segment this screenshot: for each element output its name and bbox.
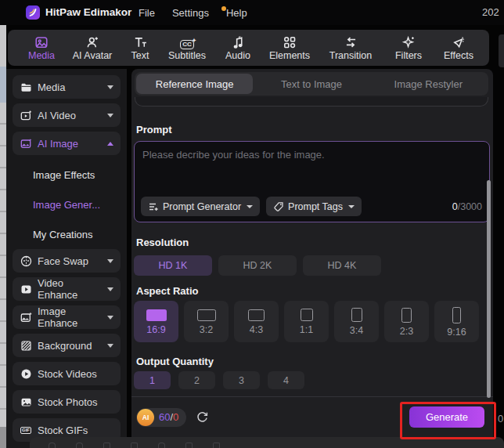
- credits-count: 60/0: [159, 411, 178, 423]
- resolution-label: Resolution: [136, 237, 189, 248]
- sidebar-item-video-enhance[interactable]: Video Enhance: [13, 277, 121, 301]
- background-strip-segment: [0, 103, 6, 427]
- menu-settings[interactable]: Settings: [172, 7, 209, 19]
- delete-icon: [103, 443, 110, 448]
- sidebar-item-label: Stock GIFs: [38, 425, 88, 436]
- ratio-shape-icon: [146, 309, 167, 321]
- toolbar-item-transition[interactable]: Transition: [318, 31, 383, 65]
- toolbar-item-effects[interactable]: Effects: [434, 31, 484, 65]
- aspect-1-1-tile[interactable]: 1:1: [284, 301, 329, 342]
- aspect-3-4-tile[interactable]: 3:4: [334, 301, 379, 342]
- toolbar-item-media[interactable]: Media: [19, 31, 64, 65]
- list-plus-icon: [148, 201, 159, 212]
- toolbar-item-audio[interactable]: Audio: [214, 31, 261, 65]
- toolbar-label: Elements: [269, 51, 310, 61]
- scrollbar[interactable]: [487, 180, 491, 398]
- aspect-4-3-tile[interactable]: 4:3: [234, 301, 279, 342]
- redo-icon: [76, 443, 83, 448]
- toolbar-label: AI Avatar: [73, 51, 113, 61]
- marker-icon: [213, 443, 220, 448]
- quantity-2-button[interactable]: 2: [178, 371, 215, 389]
- button-label: Prompt Tags: [288, 201, 343, 212]
- tab-bar: Reference Image Text to Image Image Rest…: [135, 72, 488, 96]
- aspect-9-16-tile[interactable]: 9:16: [434, 301, 479, 342]
- sidebar-item-stock-photos[interactable]: Stock Photos: [13, 390, 121, 414]
- aspect-16-9-tile[interactable]: 16:9: [134, 301, 178, 342]
- ratio-shape-icon: [248, 309, 265, 321]
- effects-icon: [452, 34, 466, 49]
- chevron-down-icon: [107, 85, 113, 89]
- sidebar-subitem-label: My Creations: [33, 229, 93, 240]
- resolution-hd1k-button[interactable]: HD 1K: [134, 255, 212, 276]
- toolbar-label: Filters: [395, 51, 422, 61]
- tab-text-to-image[interactable]: Text to Image: [253, 74, 369, 94]
- quantity-4-button[interactable]: 4: [268, 371, 304, 389]
- app-title: HitPaw Edimakor: [45, 6, 131, 18]
- sidebar-item-label: AI Video: [38, 110, 76, 121]
- sidebar-subitem-image-generator[interactable]: Image Gener...: [6, 190, 127, 219]
- prompt-tags-button[interactable]: Prompt Tags: [266, 197, 362, 216]
- ai-avatar-icon: [85, 34, 99, 49]
- refresh-icon[interactable]: [194, 410, 210, 425]
- subtitles-icon: CC✦: [180, 34, 194, 49]
- quantity-3-button[interactable]: 3: [223, 371, 260, 389]
- sidebar-item-face-swap[interactable]: Face Swap: [13, 249, 121, 273]
- sidebar-subitem-image-effects[interactable]: Image Effects: [6, 160, 127, 190]
- gif-icon: GIF: [20, 424, 32, 436]
- ai-coin-icon: AI: [137, 409, 154, 426]
- tab-reference-image[interactable]: Reference Image: [136, 74, 253, 94]
- sidebar-item-media[interactable]: Media: [13, 75, 121, 99]
- aspect-3-2-tile[interactable]: 3:2: [184, 301, 229, 342]
- chevron-down-icon: [348, 205, 355, 208]
- toolbar-label: Text: [131, 51, 149, 61]
- output-quantity-label: Output Quantity: [136, 356, 214, 367]
- sidebar-item-image-enhance[interactable]: Image Enhance: [13, 305, 121, 329]
- sidebar-subitem-label: Image Effects: [33, 169, 95, 181]
- title-bar: HitPaw Edimakor File Settings Help 202: [0, 0, 504, 25]
- prompt-label: Prompt: [136, 124, 172, 135]
- background-strip-segment: [0, 427, 6, 448]
- upload-area-clipped-bottom: [135, 97, 488, 107]
- sidebar-item-stock-videos[interactable]: Stock Videos: [13, 362, 121, 385]
- resolution-hd2k-button[interactable]: HD 2K: [218, 255, 297, 276]
- clipped-edge-text: 0: [498, 413, 503, 425]
- sidebar-item-ai-video[interactable]: AI Video: [13, 103, 121, 127]
- chevron-up-icon: [107, 142, 113, 146]
- menu-file[interactable]: File: [139, 7, 155, 19]
- sidebar-item-label: Image Enhance: [38, 305, 102, 329]
- toolbar-label: Audio: [225, 51, 250, 61]
- resolution-options: HD 1K HD 2K HD 4K: [134, 255, 381, 276]
- background-icon: [20, 339, 32, 352]
- sidebar-item-background[interactable]: Background: [13, 334, 121, 357]
- speed-icon: [185, 443, 193, 448]
- notification-dot: [221, 6, 226, 11]
- prompt-input[interactable]: [135, 142, 489, 193]
- sidebar-item-label: Stock Photos: [38, 396, 98, 408]
- chevron-down-icon: [107, 259, 113, 263]
- menu-help[interactable]: Help: [226, 7, 247, 19]
- toolbar-label: Media: [28, 51, 55, 61]
- ai-image-panel: Reference Image Text to Image Image Rest…: [131, 69, 493, 437]
- toolbar-item-filters[interactable]: Filters: [383, 31, 434, 65]
- sidebar-item-label: Stock Videos: [38, 368, 97, 380]
- toolbar-item-elements[interactable]: Elements: [261, 31, 318, 65]
- transition-icon: [344, 34, 358, 49]
- quantity-1-button[interactable]: 1: [134, 371, 171, 389]
- toolbar-item-text[interactable]: Text: [121, 31, 160, 65]
- prompt-generator-button[interactable]: Prompt Generator: [141, 197, 260, 216]
- sidebar-item-ai-image[interactable]: AI Image: [13, 132, 121, 155]
- face-swap-icon: [20, 255, 32, 267]
- toolbar-label: Subtitles: [168, 51, 206, 61]
- audio-icon: [231, 34, 245, 49]
- resolution-hd4k-button[interactable]: HD 4K: [303, 255, 381, 276]
- titlebar-clipped-text: 202: [482, 6, 499, 18]
- prompt-toolbar: Prompt Generator Prompt Tags 0/3000: [141, 197, 482, 216]
- toolbar-item-subtitles[interactable]: CC✦ Subtitles: [160, 31, 214, 65]
- sidebar-subitem-my-creations[interactable]: My Creations: [6, 219, 127, 249]
- split-icon: [131, 443, 138, 448]
- menu-bar: File Settings Help: [139, 0, 247, 25]
- chevron-down-icon: [107, 344, 113, 348]
- aspect-2-3-tile[interactable]: 2:3: [384, 301, 429, 342]
- tab-image-restyler[interactable]: Image Restyler: [370, 74, 487, 94]
- toolbar-item-ai-avatar[interactable]: AI Avatar: [64, 31, 121, 65]
